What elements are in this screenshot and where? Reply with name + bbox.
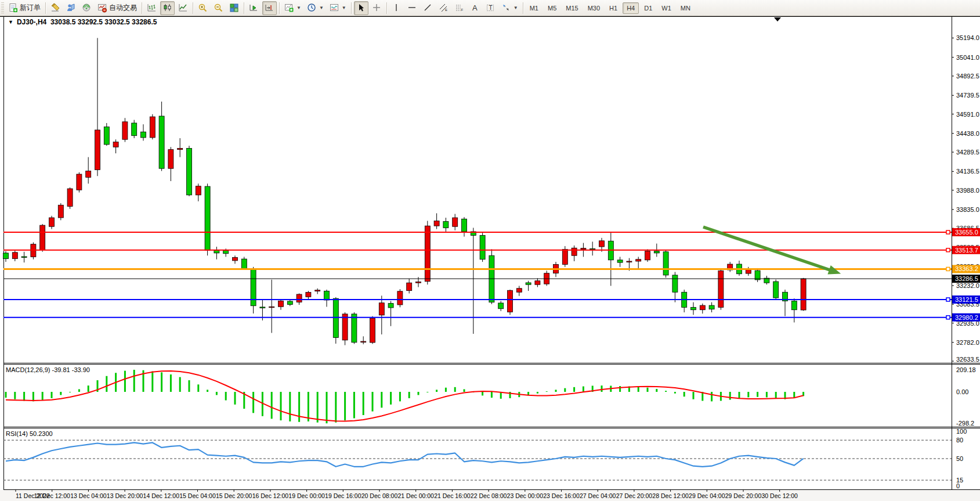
timeframe-tf-h4-button[interactable]: H4 — [623, 2, 639, 14]
horizontal-line-button[interactable] — [405, 1, 420, 15]
candlestick-button[interactable] — [160, 1, 175, 15]
macd-axis-label: 0.00 — [956, 388, 968, 395]
price-axis-label: 34136.5 — [956, 168, 979, 175]
timeframe-tf-h1-button[interactable]: H1 — [605, 2, 621, 14]
price-tag-label: 33513.7 — [955, 247, 978, 254]
pivot-line-handle[interactable] — [946, 267, 950, 271]
price-axis-label: 33988.0 — [956, 187, 979, 194]
date-axis-label: 30 Dec 12:00 — [761, 492, 798, 499]
support-line-2-handle[interactable] — [946, 316, 950, 319]
date-axis-label: 29 Dec 04:00 — [689, 492, 725, 499]
toolbar-grip — [1, 2, 4, 14]
rsi-axis-label: 100 — [956, 428, 967, 435]
candle — [67, 189, 73, 206]
candle — [627, 261, 632, 262]
toolbar-separator — [45, 2, 46, 14]
autotrading-button[interactable]: 自动交易 — [95, 1, 139, 15]
price-axis-label: 34289.5 — [956, 149, 979, 156]
data-window-arrow-icon[interactable]: ▼ — [8, 19, 13, 25]
chart-shift-icon — [265, 3, 274, 13]
timeframe-tf-d1-button[interactable]: D1 — [640, 2, 656, 14]
support-line-1-handle[interactable] — [946, 298, 950, 301]
candle — [572, 248, 577, 255]
autotrading-icon — [97, 3, 107, 13]
candle — [21, 257, 27, 258]
timeframe-tf-w1-button[interactable]: W1 — [657, 2, 675, 14]
svg-text:F: F — [461, 8, 463, 12]
date-axis-label: 27 Dec 04:00 — [580, 492, 616, 499]
candle — [223, 251, 229, 254]
candle — [333, 298, 338, 337]
candle — [3, 253, 9, 259]
tester-button[interactable] — [64, 1, 78, 15]
resistance-line-1-handle[interactable] — [946, 230, 950, 234]
candle — [709, 305, 714, 309]
candle — [718, 271, 724, 307]
zoom-out-button[interactable] — [211, 1, 226, 15]
auto-scroll-button[interactable] — [247, 1, 261, 15]
date-axis-label: 23 Dec 16:00 — [543, 492, 580, 499]
dropdown-arrow-icon: ▼ — [513, 5, 518, 10]
timeframe-tf-m15-button[interactable]: M15 — [562, 2, 582, 14]
candle — [434, 221, 439, 226]
signals-icon — [82, 3, 92, 13]
fibonacci-button[interactable]: F — [452, 1, 467, 15]
arrows-button[interactable]: ▼ — [499, 1, 520, 15]
templates-button[interactable]: ▼ — [327, 1, 349, 15]
equidistant-channel-icon: E — [439, 3, 449, 13]
candle — [773, 282, 779, 298]
trendline-button[interactable] — [421, 1, 435, 15]
resistance-line-2-handle[interactable] — [946, 248, 950, 252]
candle — [251, 269, 256, 306]
horizontal-line-icon — [407, 3, 417, 13]
line-chart-icon — [178, 3, 188, 13]
indicators-button[interactable]: ▼ — [282, 1, 303, 15]
price-tag-label: 32980.2 — [955, 314, 978, 321]
price-axis-label: 33835.0 — [956, 206, 979, 213]
price-axis-label: 35041.0 — [956, 54, 979, 61]
bar-chart-button[interactable] — [144, 1, 159, 15]
line-chart-button[interactable] — [176, 1, 190, 15]
toolbar-separator — [523, 2, 523, 14]
candle — [187, 148, 192, 194]
mt4-terminal-window: { "toolbar": { "groups": [ {"items":[{"n… — [0, 0, 980, 501]
candle — [746, 269, 751, 273]
editor-button[interactable] — [48, 1, 63, 15]
crosshair-button[interactable] — [370, 1, 384, 15]
timeframe-tf-m1-button[interactable]: M1 — [526, 2, 543, 14]
candle — [453, 218, 458, 226]
timeframe-tf-m30-button[interactable]: M30 — [584, 2, 604, 14]
text-button[interactable]: A — [468, 1, 482, 15]
candle — [700, 305, 705, 310]
cursor-button[interactable] — [354, 1, 368, 15]
cursor-icon — [356, 3, 366, 13]
zoom-in-button[interactable] — [196, 1, 210, 15]
macd-indicator-label: MACD(12,26,9) -39.81 -33.90 — [6, 366, 90, 373]
price-axis-label: 33232.0 — [956, 282, 979, 289]
chart-shift-button[interactable] — [262, 1, 277, 15]
candle — [279, 301, 284, 307]
new-order-button[interactable]: 新订单 — [6, 1, 43, 15]
candle — [141, 132, 146, 138]
candle — [159, 116, 164, 168]
timeframe-tf-m5-button[interactable]: M5 — [544, 2, 560, 14]
candle — [205, 186, 210, 250]
signals-button[interactable] — [79, 1, 94, 15]
indicators-icon — [284, 3, 294, 13]
text-label-button[interactable]: T — [483, 1, 498, 15]
tile-windows-button[interactable] — [227, 1, 241, 15]
candle — [516, 289, 522, 293]
timeframe-tf-mn-button[interactable]: MN — [677, 2, 695, 14]
candle — [480, 235, 485, 259]
vertical-line-button[interactable] — [389, 1, 404, 15]
price-tag-label: 33363.2 — [955, 265, 978, 272]
equidistant-channel-button[interactable]: E — [436, 1, 451, 15]
candle — [178, 148, 183, 149]
rsi-axis-label: 0 — [956, 482, 960, 489]
date-axis-label: 23 Dec 00:00 — [507, 492, 544, 499]
periods-button[interactable]: ▼ — [305, 1, 326, 15]
price-tag-label: 33121.5 — [955, 296, 978, 303]
date-axis-label: 14 Dec 12:00 — [143, 492, 180, 499]
price-axis-label: 35194.0 — [956, 34, 979, 41]
toolbar-separator — [193, 2, 193, 14]
